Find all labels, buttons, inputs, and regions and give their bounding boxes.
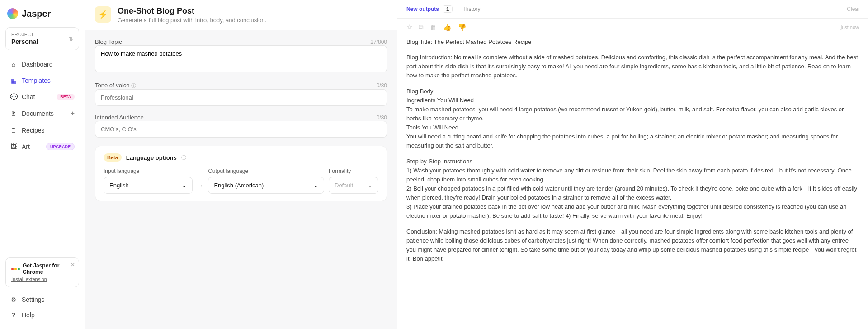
nav-label: Settings xyxy=(22,296,45,303)
page-header: ⚡ One-Shot Blog Post Generate a full blo… xyxy=(85,0,397,30)
sidebar-item-templates[interactable]: ▦ Templates xyxy=(5,73,79,88)
clear-button[interactable]: Clear xyxy=(847,6,860,12)
output-panel: New outputs 1 History Clear ☆ ⧉ 🗑 👍 👎 ju… xyxy=(397,0,868,329)
install-extension-link[interactable]: Install extension xyxy=(11,277,47,282)
output-language-label: Output language xyxy=(208,168,324,174)
lightning-icon: ⚡ xyxy=(95,6,111,23)
output-intro: Blog Introduction: No meal is complete w… xyxy=(406,53,859,80)
nav-label: Recipes xyxy=(22,127,45,134)
output-tabs: New outputs 1 History Clear xyxy=(397,0,868,19)
page-title: One-Shot Blog Post xyxy=(118,6,266,16)
chevron-down-icon: ⌄ xyxy=(182,182,187,189)
nav-label: Documents xyxy=(22,110,54,117)
nav: ⌂ Dashboard ▦ Templates 💬 Chat BETA 🗎 Do… xyxy=(5,57,79,154)
trash-icon[interactable]: 🗑 xyxy=(430,24,437,31)
blog-topic-input[interactable] xyxy=(95,45,387,72)
chevron-up-down-icon: ⇅ xyxy=(69,36,73,42)
output-steps: Step-by-Step Instructions 1) Wash your p… xyxy=(406,157,859,221)
gear-icon: ⚙ xyxy=(10,296,17,303)
nav-label: Art xyxy=(22,143,30,150)
sidebar-item-recipes[interactable]: 🗒 Recipes xyxy=(5,123,79,138)
thumbs-up-icon[interactable]: 👍 xyxy=(443,23,452,31)
sidebar-item-dashboard[interactable]: ⌂ Dashboard xyxy=(5,57,79,72)
plus-icon[interactable]: + xyxy=(71,110,75,118)
blog-topic-label: Blog Topic xyxy=(95,38,122,45)
sidebar-item-documents[interactable]: 🗎 Documents + xyxy=(5,105,79,122)
beta-badge: BETA xyxy=(57,94,75,100)
output-toolbar: ☆ ⧉ 🗑 👍 👎 just now xyxy=(397,19,868,36)
audience-counter: 0/80 xyxy=(377,114,387,121)
tone-input[interactable] xyxy=(95,89,387,106)
output-body: Blog Body: Ingredients You Will Need To … xyxy=(406,87,859,151)
grid-icon: ▦ xyxy=(10,77,17,84)
input-language-label: Input language xyxy=(104,168,193,174)
formality-select[interactable]: Default ⌄ xyxy=(329,177,378,194)
logo[interactable]: Jasper xyxy=(5,6,79,21)
star-icon[interactable]: ☆ xyxy=(406,23,412,31)
chevron-down-icon: ⌄ xyxy=(368,182,373,189)
output-count-badge: 1 xyxy=(443,5,453,13)
output-language-select[interactable]: English (American) ⌄ xyxy=(208,177,324,194)
output-conclusion: Conclusion: Making mashed potatoes isn't… xyxy=(406,227,859,264)
nav-label: Dashboard xyxy=(22,61,53,68)
upgrade-badge: UPGRADE xyxy=(46,143,75,150)
art-icon: 🖼 xyxy=(10,143,17,150)
output-title: Blog Title: The Perfect Mashed Potatoes … xyxy=(406,38,859,47)
output-timestamp: just now xyxy=(841,24,859,30)
project-label: PROJECT xyxy=(11,32,38,37)
sidebar-item-settings[interactable]: ⚙ Settings xyxy=(5,292,79,307)
blog-topic-counter: 27/800 xyxy=(370,39,387,45)
language-options-card: Beta Language options ⓘ Input language E… xyxy=(95,146,387,201)
chrome-title: Get Jasper for Chrome xyxy=(11,262,73,275)
tab-history[interactable]: History xyxy=(462,4,481,14)
input-language-select[interactable]: English ⌄ xyxy=(104,177,193,194)
form-panel: ⚡ One-Shot Blog Post Generate a full blo… xyxy=(85,0,397,329)
sidebar-item-art[interactable]: 🖼 Art UPGRADE xyxy=(5,139,79,154)
sidebar: Jasper PROJECT Personal ⇅ ⌂ Dashboard ▦ … xyxy=(0,0,85,329)
language-options-title: Language options xyxy=(126,154,177,161)
nav-label: Chat xyxy=(22,93,35,100)
chevron-down-icon: ⌄ xyxy=(313,182,318,189)
close-icon[interactable]: ✕ xyxy=(71,262,75,268)
beta-badge: Beta xyxy=(104,153,122,162)
page-subtitle: Generate a full blog post with intro, bo… xyxy=(118,17,266,24)
home-icon: ⌂ xyxy=(10,61,17,68)
nav-label: Templates xyxy=(22,77,51,84)
tone-label: Tone of voice ⓘ xyxy=(95,82,136,89)
audience-input[interactable] xyxy=(95,121,387,138)
help-icon: ? xyxy=(10,311,17,319)
thumbs-down-icon[interactable]: 👎 xyxy=(458,23,467,31)
chat-icon: 💬 xyxy=(10,93,17,100)
project-selector[interactable]: PROJECT Personal ⇅ xyxy=(5,27,79,50)
logo-mark-icon xyxy=(7,8,18,19)
output-content: Blog Title: The Perfect Mashed Potatoes … xyxy=(397,36,868,279)
tone-counter: 0/80 xyxy=(377,82,387,89)
recipe-icon: 🗒 xyxy=(10,127,17,134)
sidebar-item-help[interactable]: ? Help xyxy=(5,307,79,323)
copy-icon[interactable]: ⧉ xyxy=(419,23,424,31)
info-icon[interactable]: ⓘ xyxy=(131,83,136,88)
sidebar-item-chat[interactable]: 💬 Chat BETA xyxy=(5,89,79,105)
formality-label: Formality xyxy=(329,168,378,174)
logo-text: Jasper xyxy=(22,9,51,19)
arrow-right-icon: → xyxy=(197,182,203,194)
audience-label: Intended Audience xyxy=(95,114,144,121)
document-icon: 🗎 xyxy=(10,110,17,117)
project-name: Personal xyxy=(11,38,38,45)
info-icon[interactable]: ⓘ xyxy=(181,154,186,161)
tab-new-outputs[interactable]: New outputs 1 xyxy=(406,4,453,14)
nav-label: Help xyxy=(22,311,35,319)
chrome-extension-card: ✕ Get Jasper for Chrome Install extensio… xyxy=(5,257,79,287)
chrome-logo-icon xyxy=(11,268,20,270)
